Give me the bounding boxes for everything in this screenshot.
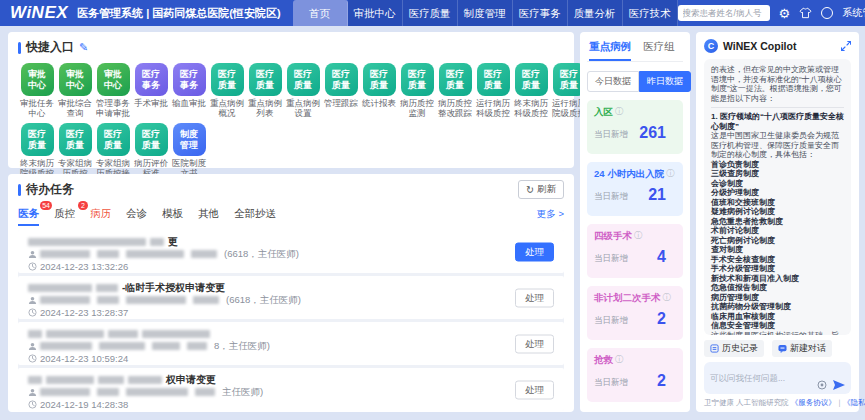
patient-search-input[interactable] <box>678 5 770 21</box>
quick-tile-6[interactable]: 医疗质量重点病例概况 <box>208 63 246 118</box>
user-avatar[interactable] <box>821 7 833 19</box>
tile-icon-line1: 医疗 <box>142 69 160 80</box>
todo-tab-7[interactable]: 全部抄送 <box>234 207 276 221</box>
refresh-button[interactable]: ↻ 刷新 <box>518 180 564 199</box>
header-tab-3[interactable]: 医疗质量 <box>403 0 458 26</box>
quick-tile-7[interactable]: 医疗质量重点病例列表 <box>246 63 284 118</box>
header-tab-6[interactable]: 质量分析 <box>568 0 623 26</box>
copilot-input[interactable]: 可以问我任何问题... <box>704 362 851 394</box>
todo-tab-6[interactable]: 其他 <box>198 207 219 221</box>
quick-tile-11[interactable]: 医疗质量病历质控监测 <box>398 63 436 118</box>
stat-card-title: 四级手术ⓘ <box>594 230 676 241</box>
service-agreement-link[interactable]: 《服务协议》 <box>791 398 836 407</box>
task-title: -临时手术授权申请变更 <box>28 281 554 294</box>
voice-icon[interactable] <box>817 380 827 390</box>
expand-icon[interactable] <box>841 41 851 51</box>
task-handle-button[interactable]: 处理 <box>515 242 554 261</box>
info-icon[interactable]: ⓘ <box>634 230 642 241</box>
task-time: 2024-12-19 14:28:38 <box>28 399 554 412</box>
stat-card-value: 2 <box>657 373 666 389</box>
send-icon[interactable] <box>833 380 845 390</box>
stat-card-value: 261 <box>639 125 666 141</box>
quick-entry-panel: 快捷入口 ✎ 审批中心审批任务中心审批中心审批综合查询审批中心管理事务申请审批医… <box>8 32 574 168</box>
quick-tile-10[interactable]: 医疗质量统计报表 <box>360 63 398 118</box>
monitor-tab-1[interactable]: 重点病例 <box>589 40 631 54</box>
toggle-1[interactable]: 今日数据 <box>587 71 639 92</box>
tile-icon-line2: 质量 <box>142 140 160 151</box>
task-assignee-text: (6618，主任医师) <box>224 248 299 261</box>
quick-tile-13[interactable]: 医疗质量运行病历科级质控 <box>474 63 512 118</box>
quick-tile-1[interactable]: 审批中心审批任务中心 <box>18 63 56 118</box>
quick-tile-5[interactable]: 医疗事务输血审批 <box>170 63 208 118</box>
tile-icon-line2: 质量 <box>256 80 274 91</box>
quick-tile-18[interactable]: 医疗质量专家组病历质控接 <box>94 123 132 178</box>
redacted-text <box>28 284 92 292</box>
toggle-2[interactable]: 昨日数据 <box>639 71 691 92</box>
todo-tab-2[interactable]: 质控2 <box>54 207 75 221</box>
privacy-policy-link[interactable]: 《隐私政策》 <box>843 398 865 407</box>
copilot-footer: 卫宁健康 人工智能研究院 《服务协议》｜《隐私政策》 <box>704 398 851 408</box>
tile-label: 管理跟踪 <box>322 99 360 109</box>
header-tab-4[interactable]: 制度管理 <box>458 0 513 26</box>
redacted-text <box>98 376 124 384</box>
tile-icon-line1: 医疗 <box>66 129 84 140</box>
quick-tile-8[interactable]: 医疗质量重点病例设置 <box>284 63 322 118</box>
quick-tile-9[interactable]: 医疗质量管理跟踪 <box>322 63 360 118</box>
header-tab-7[interactable]: 医疗技术 <box>623 0 678 26</box>
tile-icon: 医疗质量 <box>439 63 472 96</box>
tile-label: 统计报表 <box>360 99 398 109</box>
quick-tile-16[interactable]: 医疗质量终末病历院级质控 <box>18 123 56 178</box>
task-handle-button[interactable]: 处理 <box>515 288 554 307</box>
tile-icon-line2: 质量 <box>218 80 236 91</box>
monitor-tab-2[interactable]: 医疗组 <box>643 40 675 54</box>
message-section-title: 1. 医疗领域的“十八项医疗质量安全核心制度” <box>711 112 844 131</box>
quick-tile-19[interactable]: 医疗质量病历评价标准 <box>132 123 170 178</box>
task-handle-button[interactable]: 处理 <box>515 334 554 353</box>
tile-icon: 医疗质量 <box>477 63 510 96</box>
new-chat-button[interactable]: 新建对话 <box>772 340 832 357</box>
message-divider <box>711 107 844 108</box>
task-handle-button[interactable]: 处理 <box>515 380 554 399</box>
quick-tile-17[interactable]: 医疗质量专家组病历质控 <box>56 123 94 178</box>
person-icon <box>28 342 37 351</box>
tile-icon-line2: 质量 <box>446 80 464 91</box>
quick-entry-tiles: 审批中心审批任务中心审批中心审批综合查询审批中心管理事务申请审批医疗事务手术审批… <box>18 63 564 178</box>
info-icon[interactable]: ⓘ <box>663 292 671 303</box>
settings-gear-icon[interactable]: ⚙ <box>779 7 791 20</box>
policy-item-18: 信息安全管理制度 <box>711 321 844 331</box>
app-title: 医务管理系统 | 国药同煤总医院(恒安院区) <box>77 6 281 21</box>
quick-tile-4[interactable]: 医疗事务手术审批 <box>132 63 170 118</box>
theme-shirt-icon[interactable] <box>799 7 812 19</box>
todo-tab-3[interactable]: 病历 <box>90 207 111 221</box>
tile-icon: 医疗质量 <box>97 123 130 156</box>
task-time: 2024-12-23 13:28:37 <box>28 307 554 320</box>
more-link[interactable]: 更多 > <box>537 208 564 221</box>
redacted-text <box>40 250 90 258</box>
stat-card-title: 非计划二次手术ⓘ <box>594 292 676 303</box>
todo-tab-4[interactable]: 会诊 <box>126 207 147 221</box>
history-button[interactable]: 历史记录 <box>704 340 764 357</box>
edit-pencil-icon[interactable]: ✎ <box>79 41 88 54</box>
stat-card-value: 4 <box>657 249 666 265</box>
task-row-1: 更(6618，主任医师)2024-12-23 13:32:26处理 <box>18 230 564 273</box>
redacted-text <box>40 388 90 396</box>
quick-tile-12[interactable]: 医疗质量病历质控整改跟踪 <box>436 63 474 118</box>
redacted-text <box>28 376 42 384</box>
quick-tile-2[interactable]: 审批中心审批综合查询 <box>56 63 94 118</box>
header-tab-1[interactable]: 首页 <box>293 0 348 26</box>
info-icon[interactable]: ⓘ <box>615 106 623 117</box>
header-tab-5[interactable]: 医疗事务 <box>513 0 568 26</box>
quick-tile-3[interactable]: 审批中心管理事务申请审批 <box>94 63 132 118</box>
quick-tile-14[interactable]: 医疗质量终末病历科级质控 <box>512 63 550 118</box>
redacted-text <box>187 342 207 350</box>
todo-tab-5[interactable]: 模板 <box>162 207 183 221</box>
todo-tab-1[interactable]: 医务54 <box>18 207 39 221</box>
info-icon[interactable]: ⓘ <box>666 168 674 179</box>
info-icon[interactable]: ⓘ <box>615 354 623 365</box>
tile-icon: 医疗质量 <box>363 63 396 96</box>
tile-icon-line2: 质量 <box>522 80 540 91</box>
task-title-text: 权申请变更 <box>166 373 216 387</box>
user-name[interactable]: 系统管理员 <box>842 6 865 20</box>
quick-tile-20[interactable]: 制度管理医院制度文书 <box>170 123 208 178</box>
header-tab-2[interactable]: 审批中心 <box>348 0 403 26</box>
